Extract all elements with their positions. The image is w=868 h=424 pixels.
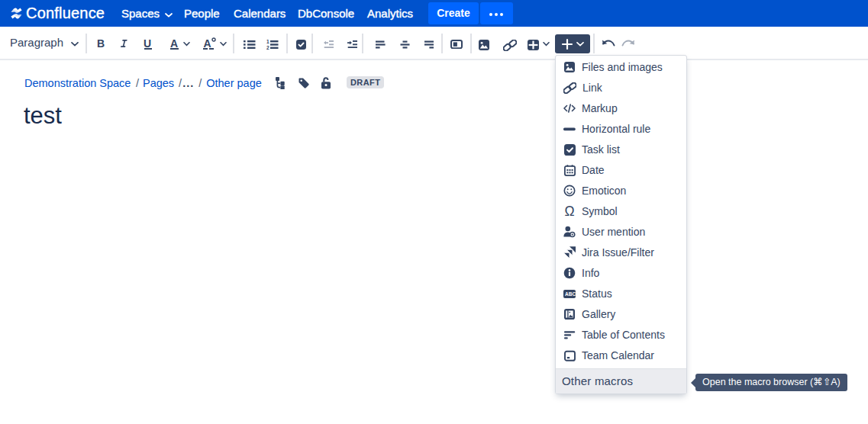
svg-text:2: 2 — [266, 45, 269, 50]
svg-text:1: 1 — [266, 40, 269, 44]
svg-text:ABC: ABC — [565, 291, 576, 297]
